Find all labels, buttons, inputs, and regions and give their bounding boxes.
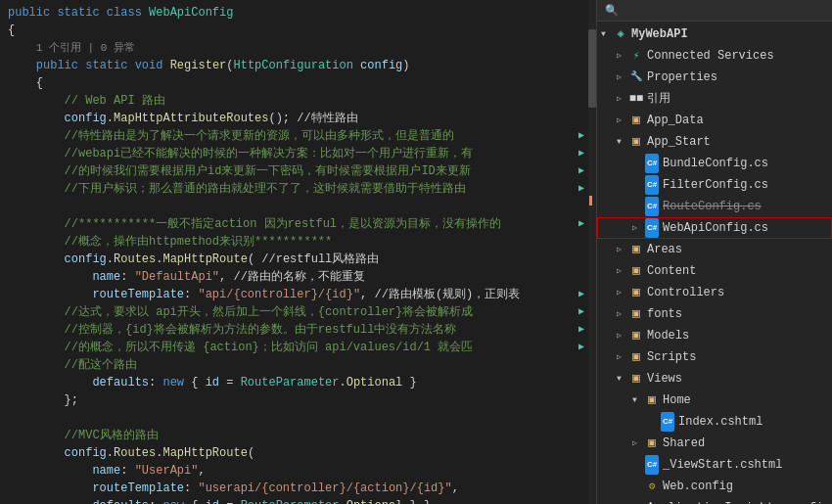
tree-icon: C# xyxy=(660,414,675,430)
code-line: //控制器，{id}将会被解析为方法的参数。由于restfull中没有方法名称▶ xyxy=(0,321,596,339)
tree-icon: C# xyxy=(644,457,660,473)
tree-arrow: ▼ xyxy=(632,390,644,410)
tree-icon: C# xyxy=(644,220,660,236)
tree-arrow: ▷ xyxy=(617,304,628,324)
tree-label: Properties xyxy=(647,68,717,87)
code-line: }; xyxy=(0,391,596,409)
folder-icon: ▣ xyxy=(632,369,640,389)
tree-label: Content xyxy=(647,261,696,281)
code-line: defaults: new { id = RouteParameter.Opti… xyxy=(0,374,596,391)
tree-item-filter_config[interactable]: C#FilterConfig.cs xyxy=(597,174,832,196)
tree-item-home[interactable]: ▼▣Home xyxy=(597,389,832,411)
tree-item-app_data[interactable]: ▷▣App_Data xyxy=(597,110,832,131)
tree-icon: ⚡ xyxy=(628,48,644,64)
code-line xyxy=(0,198,596,215)
cs-badge: C# xyxy=(645,455,659,475)
code-line: 1 个引用 | 0 异常 xyxy=(0,39,596,57)
tree-arrow: ▼ xyxy=(601,24,613,44)
code-lines: public static class WebApiConfig{ 1 个引用 … xyxy=(0,4,596,504)
tree-item-bundle_config[interactable]: C#BundleConfig.cs xyxy=(597,153,832,174)
tree-label: Web.config xyxy=(663,477,733,496)
tree-icon: ⚙ xyxy=(644,479,660,494)
solution-tree[interactable]: ▼◈MyWebAPI▷⚡Connected Services▷🔧Properti… xyxy=(597,22,832,504)
tree-item-views[interactable]: ▼▣Views xyxy=(597,368,832,389)
config-icon: ⚙ xyxy=(649,477,656,496)
folder-icon: ▣ xyxy=(632,304,640,324)
code-line: routeTemplate: "api/{controller}/{id}", … xyxy=(0,286,596,303)
cs-badge: C# xyxy=(645,154,659,173)
code-line: config.Routes.MapHttpRoute( //restfull风格… xyxy=(0,251,596,268)
tree-arrow: ▷ xyxy=(617,240,628,259)
solution-panel: 🔍 ▼◈MyWebAPI▷⚡Connected Services▷🔧Proper… xyxy=(597,0,832,504)
tree-label: Shared xyxy=(663,434,705,453)
ref-icon: ■■ xyxy=(629,89,643,109)
tree-item-view_start[interactable]: C#_ViewStart.cshtml xyxy=(597,454,832,476)
tree-icon: ▣ xyxy=(628,349,644,365)
tree-icon: ▣ xyxy=(628,242,644,257)
folder-icon: ▣ xyxy=(632,132,640,152)
tree-label: Views xyxy=(647,369,682,389)
cs-badge: C# xyxy=(645,197,659,216)
tree-item-fonts[interactable]: ▷▣fonts xyxy=(597,303,832,325)
tree-arrow: ▷ xyxy=(617,46,628,66)
code-line: //的时候我们需要根据用户id来更新一下密码，有时候需要根据用户ID来更新▶ xyxy=(0,162,596,180)
tree-label: Index.cshtml xyxy=(678,412,763,432)
cs-badge: C# xyxy=(661,412,674,432)
tree-label: BundleConfig.cs xyxy=(663,154,768,173)
tree-item-content[interactable]: ▷▣Content xyxy=(597,260,832,282)
tree-icon: ⚙ xyxy=(628,500,644,504)
tree-icon: ▣ xyxy=(628,263,644,279)
tree-icon: ▣ xyxy=(628,134,644,150)
tree-item-controllers[interactable]: ▷▣Controllers xyxy=(597,282,832,303)
tree-arrow: ▼ xyxy=(617,369,628,389)
tree-item-connected[interactable]: ▷⚡Connected Services xyxy=(597,45,832,67)
tree-item-areas[interactable]: ▷▣Areas xyxy=(597,239,832,260)
wrap-arrow: ▶ xyxy=(578,145,584,162)
tree-item-app_start[interactable]: ▼▣App_Start xyxy=(597,131,832,153)
tree-item-properties[interactable]: ▷🔧Properties xyxy=(597,67,832,88)
code-line: //下用户标识；那么普通的路由就处理不了了，这时候就需要借助于特性路由▶ xyxy=(0,180,596,198)
tree-item-web_config_views[interactable]: ⚙Web.config xyxy=(597,476,832,497)
code-line: public static class WebApiConfig xyxy=(0,4,596,22)
tree-item-ref[interactable]: ▷■■引用 xyxy=(597,88,832,110)
tree-arrow: ▷ xyxy=(632,218,644,238)
tree-item-webapi_config[interactable]: ▷C#WebApiConfig.cs xyxy=(597,217,832,239)
tree-arrow: ▷ xyxy=(617,261,628,281)
tree-label: 引用 xyxy=(647,89,670,109)
tree-item-root[interactable]: ▼◈MyWebAPI xyxy=(597,23,832,45)
tree-icon: ■■ xyxy=(628,91,644,107)
tree-icon: ▣ xyxy=(644,435,660,451)
tree-icon: C# xyxy=(644,156,660,171)
code-line: //***********一般不指定action 因为restful，是以资源为… xyxy=(0,215,596,233)
tree-item-app_insights[interactable]: ⚙ApplicationInsights.config xyxy=(597,497,832,504)
tree-item-route_config[interactable]: C#RouteConfig.cs xyxy=(597,196,832,217)
tree-label: fonts xyxy=(647,304,682,324)
folder-icon: ▣ xyxy=(632,111,640,130)
code-line: // Web API 路由 xyxy=(0,92,596,110)
wrap-arrow: ▶ xyxy=(578,162,584,180)
tree-arrow: ▷ xyxy=(617,111,628,130)
tree-item-models[interactable]: ▷▣Models xyxy=(597,325,832,346)
code-line: config.MapHttpAttributeRoutes(); //特性路由 xyxy=(0,110,596,127)
tree-icon: 🔧 xyxy=(628,69,644,85)
tree-label: Home xyxy=(663,390,691,410)
tree-label: WebApiConfig.cs xyxy=(663,218,768,238)
tree-item-scripts[interactable]: ▷▣Scripts xyxy=(597,346,832,368)
tree-icon: ▣ xyxy=(628,285,644,300)
tree-label: Models xyxy=(647,326,689,345)
tree-arrow: ▷ xyxy=(632,434,644,453)
wrap-arrow: ▶ xyxy=(578,127,584,145)
code-line: { xyxy=(0,22,596,39)
tree-label: App_Data xyxy=(647,111,704,130)
code-area[interactable]: public static class WebApiConfig{ 1 个引用 … xyxy=(0,0,596,504)
folder-icon: ▣ xyxy=(632,261,640,281)
code-line: routeTemplate: "userapi/{controller}/{ac… xyxy=(0,480,596,497)
tree-label: MyWebAPI xyxy=(631,24,688,44)
tree-icon: C# xyxy=(644,199,660,214)
cs-badge: C# xyxy=(645,218,659,238)
tree-arrow: ▷ xyxy=(617,326,628,345)
tree-icon: ▣ xyxy=(628,113,644,128)
tree-item-shared[interactable]: ▷▣Shared xyxy=(597,433,832,454)
tree-item-index_cshtml[interactable]: C#Index.cshtml xyxy=(597,411,832,433)
tree-icon: ▣ xyxy=(628,371,644,387)
